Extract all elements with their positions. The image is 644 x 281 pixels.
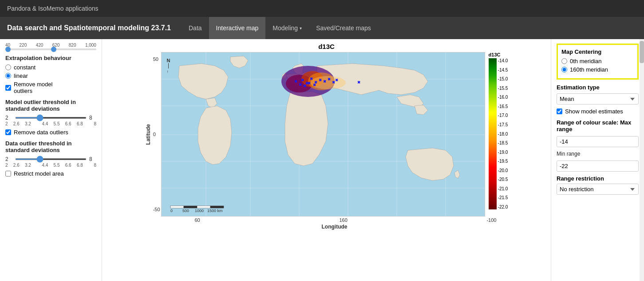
top-slider-thumb-right[interactable] — [51, 47, 56, 52]
data-threshold-title: Data outlier threshold in standard devia… — [5, 140, 96, 153]
nav-saved-maps[interactable]: Saved/Create maps — [309, 17, 378, 39]
radio-linear-label: linear — [14, 72, 28, 79]
compass-label: N ↑ — [167, 58, 170, 74]
svg-text:×: × — [308, 81, 310, 85]
checkbox-restrict-model-area-label: Restrict model area — [14, 170, 64, 177]
checkbox-remove-data-outliers-label: Remove data outliers — [14, 129, 68, 136]
radio-160th-meridian-input[interactable] — [561, 67, 567, 72]
legend-title: d13C — [489, 52, 508, 57]
checkbox-restrict-model-area-input[interactable] — [5, 171, 11, 177]
lat-axis-title: Latitude — [145, 124, 151, 145]
lon-labels: 60 160 -100 — [173, 217, 497, 223]
svg-rect-34 — [197, 206, 210, 208]
threshold-title: Model outlier threshold in standard devi… — [5, 99, 96, 112]
checkbox-remove-model-outliers: Remove modeloutliers — [5, 81, 96, 94]
checkbox-remove-model-outliers-input[interactable] — [5, 85, 11, 91]
data-threshold-slider-row: 2 8 — [5, 156, 96, 162]
svg-rect-33 — [184, 206, 197, 208]
right-scroll-thumb[interactable] — [640, 41, 644, 63]
radio-linear-input[interactable] — [5, 73, 11, 79]
nav-interactive-map[interactable]: Interactive map — [209, 17, 266, 39]
svg-text:0: 0 — [170, 209, 173, 213]
svg-text:×: × — [310, 76, 312, 81]
estimation-type-title: Estimation type — [557, 84, 639, 91]
checkbox-show-model-estimates: Show model estimates — [557, 108, 639, 115]
estimation-section: Estimation type Mean Median Mode — [557, 84, 639, 104]
data-threshold-max: 8 — [89, 156, 96, 162]
range-restriction-select[interactable]: No restriction Custom — [557, 184, 639, 195]
model-threshold-slider-row: 2 8 — [5, 115, 96, 121]
top-slider-track — [5, 48, 96, 50]
right-scrollbar — [640, 39, 644, 281]
radio-0th-meridian-input[interactable] — [561, 58, 567, 64]
svg-text:×: × — [336, 78, 338, 82]
map-area: d13C Latitude 50 0 -50 N ↑ — [102, 39, 551, 281]
svg-text:×: × — [332, 80, 335, 84]
data-threshold-slider[interactable] — [15, 158, 87, 160]
world-map-svg: × × × × × × × × × × × × × × × — [162, 52, 485, 217]
estimation-type-select[interactable]: Mean Median Mode — [557, 93, 639, 104]
model-threshold-ticks: 22.63.24.45.56.66.88 — [5, 121, 96, 126]
svg-text:×: × — [295, 79, 297, 84]
radio-0th-meridian-label: 0th meridian — [570, 58, 602, 64]
map-title: d13C — [318, 43, 335, 50]
svg-text:×: × — [301, 78, 304, 82]
data-threshold-ticks: 22.63.24.45.56.66.88 — [5, 163, 96, 168]
lat-labels: 50 0 -50 — [153, 52, 160, 217]
modeling-caret-icon: ▾ — [300, 26, 302, 31]
range-restriction-section: Range restriction No restriction Custom — [557, 175, 639, 195]
svg-text:500: 500 — [182, 209, 189, 213]
min-range-section: Min range — [557, 151, 639, 172]
radio-constant-label: constant — [14, 64, 36, 71]
lon-axis-title: Longitude — [322, 224, 348, 230]
svg-text:×: × — [313, 83, 316, 87]
range-colour-section: Range of colour scale: Max range — [557, 119, 639, 147]
svg-text:×: × — [328, 77, 330, 81]
model-threshold-min: 2 — [5, 115, 12, 121]
app-title: Pandora & IsoMemo applications — [7, 5, 98, 12]
min-range-label: Min range — [557, 151, 639, 157]
range-colour-title: Range of colour scale: Max range — [557, 119, 639, 132]
svg-text:×: × — [319, 78, 321, 82]
legend-labels: -14.0 -14.5 -15.0 -15.5 -16.0 -16.5 -17.… — [498, 58, 508, 209]
map-frame[interactable]: N ↑ — [161, 52, 485, 217]
max-range-input[interactable] — [557, 136, 639, 147]
checkbox-remove-model-outliers-label: Remove modeloutliers — [14, 81, 52, 94]
data-threshold-slider-container: 2 8 22.63.24.45.56.66.88 — [5, 156, 96, 168]
main-layout: 40 220 420 620 820 1,000 Extrapolation b… — [0, 39, 644, 281]
data-threshold-min: 2 — [5, 156, 12, 162]
svg-text:×: × — [299, 82, 301, 87]
svg-text:×: × — [324, 79, 326, 84]
map-centering-box: Map Centering 0th meridian 160th meridia… — [557, 44, 639, 80]
checkbox-show-model-estimates-input[interactable] — [557, 108, 562, 114]
model-threshold-slider-container: 2 8 22.63.24.45.56.66.88 — [5, 115, 96, 126]
slider-scale-labels: 40 220 420 620 820 1,000 — [5, 43, 96, 48]
map-centering-title: Map Centering — [561, 48, 634, 55]
radio-constant: constant — [5, 64, 96, 71]
checkbox-remove-data-outliers: Remove data outliers — [5, 129, 96, 136]
nav-bar: Data search and Spatiotemporal modeling … — [0, 17, 644, 39]
lon-axis-area: 60 160 -100 Longitude — [173, 217, 497, 230]
nav-modeling[interactable]: Modeling ▾ — [265, 17, 309, 39]
min-range-input[interactable] — [557, 161, 639, 172]
svg-text:1000: 1000 — [195, 209, 204, 213]
checkbox-restrict-model-area: Restrict model area — [5, 170, 96, 177]
checkbox-remove-data-outliers-input[interactable] — [5, 129, 11, 135]
checkbox-show-model-estimates-label: Show model estimates — [565, 108, 623, 115]
radio-160th-meridian-label: 160th meridian — [570, 66, 608, 73]
right-sidebar: Map Centering 0th meridian 160th meridia… — [551, 39, 644, 281]
model-threshold-max: 8 — [89, 115, 96, 121]
left-sidebar: 40 220 420 620 820 1,000 Extrapolation b… — [0, 39, 102, 281]
svg-rect-35 — [210, 206, 224, 208]
extrapolation-title: Extrapolation behaviour — [5, 55, 96, 61]
range-restriction-title: Range restriction — [557, 175, 639, 182]
model-threshold-slider[interactable] — [15, 117, 87, 119]
radio-constant-input[interactable] — [5, 64, 11, 70]
map-legend: d13C -14.0 -14.5 -15.0 -15.5 -16.0 -16.5… — [489, 52, 508, 209]
radio-0th-meridian: 0th meridian — [561, 58, 634, 64]
radio-linear: linear — [5, 72, 96, 79]
top-slider-thumb-left[interactable] — [5, 47, 11, 52]
nav-data[interactable]: Data — [182, 17, 209, 39]
svg-rect-32 — [170, 206, 184, 208]
svg-text:×: × — [358, 80, 360, 84]
